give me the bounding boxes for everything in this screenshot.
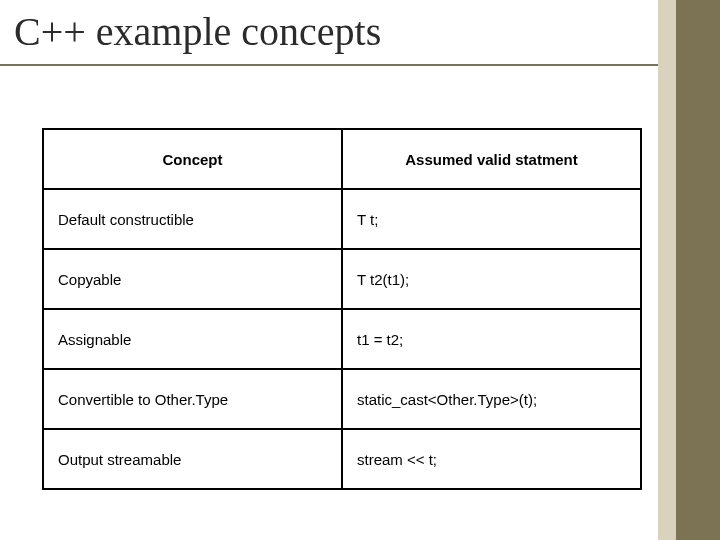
table-header-row: Concept Assumed valid statment xyxy=(43,129,641,189)
side-accent-dark xyxy=(676,0,720,540)
cell-statement: t1 = t2; xyxy=(342,309,641,369)
table-row: Copyable T t2(t1); xyxy=(43,249,641,309)
cell-concept: Output streamable xyxy=(43,429,342,489)
table-row: Output streamable stream << t; xyxy=(43,429,641,489)
cell-statement: T t; xyxy=(342,189,641,249)
cell-concept: Assignable xyxy=(43,309,342,369)
cell-statement: static_cast<Other.Type>(t); xyxy=(342,369,641,429)
cell-statement: stream << t; xyxy=(342,429,641,489)
concepts-table: Concept Assumed valid statment Default c… xyxy=(42,128,642,490)
slide-title: C++ example concepts xyxy=(14,8,650,55)
header-statement: Assumed valid statment xyxy=(342,129,641,189)
table-row: Convertible to Other.Type static_cast<Ot… xyxy=(43,369,641,429)
cell-concept: Convertible to Other.Type xyxy=(43,369,342,429)
table-row: Assignable t1 = t2; xyxy=(43,309,641,369)
slide: C++ example concepts Concept Assumed val… xyxy=(0,0,720,540)
cell-concept: Copyable xyxy=(43,249,342,309)
title-underline xyxy=(0,64,658,66)
table-row: Default constructible T t; xyxy=(43,189,641,249)
cell-concept: Default constructible xyxy=(43,189,342,249)
side-accent-light xyxy=(658,0,676,540)
cell-statement: T t2(t1); xyxy=(342,249,641,309)
header-concept: Concept xyxy=(43,129,342,189)
